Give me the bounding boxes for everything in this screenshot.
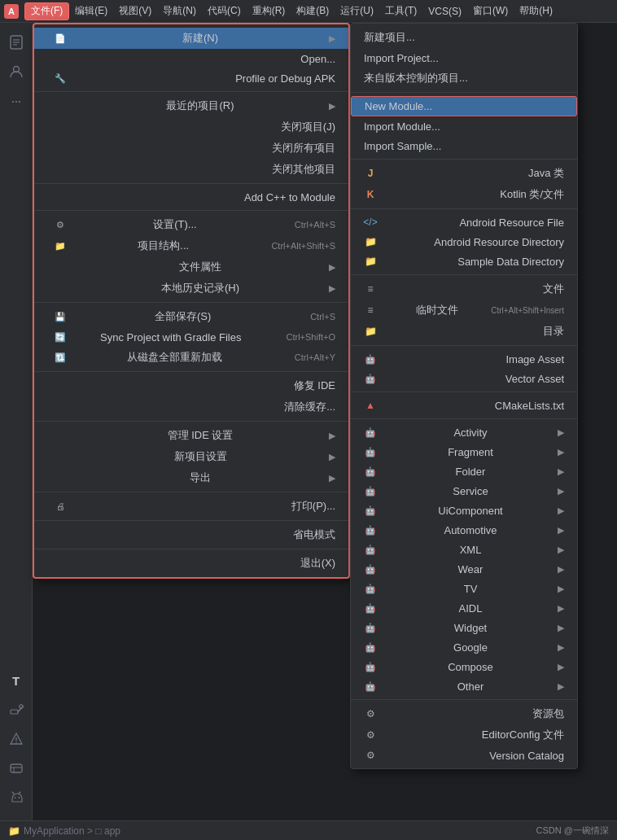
menu-fix-ide[interactable]: 修复 IDE [34,375,348,396]
reload-shortcut: Ctrl+Alt+Y [295,352,335,362]
new-menu-dropdown: 新建项目... Import Project... 来自版本控制的项目... N… [350,23,578,769]
other-item[interactable]: 🤖 Other ▶ [351,676,577,696]
menu-refactor[interactable]: 重构(R) [247,2,291,20]
fragment-item[interactable]: 🤖 Fragment ▶ [351,442,577,462]
wear-item[interactable]: 🤖 Wear ▶ [351,559,577,579]
sidebar-play-icon[interactable] [3,755,29,781]
sidebar-files-icon[interactable] [3,29,29,55]
temp-file-item[interactable]: ≡ 临时文件 Ctrl+Alt+Shift+Insert [351,300,577,321]
menu-tools[interactable]: 工具(T) [379,2,422,20]
sidebar-more-icon[interactable]: ··· [3,88,29,114]
tv-icon: 🤖 [364,584,377,594]
new-sep-4 [351,274,577,275]
vcs-project-item[interactable]: 来自版本控制的项目... [351,68,577,89]
widget-item[interactable]: 🤖 Widget ▶ [351,618,577,637]
menu-close-other[interactable]: 关闭其他项目 [34,159,348,180]
menubar: A 文件(F) 编辑(E) 视图(V) 导航(N) 代码(C) 重构(R) 构建… [0,0,617,23]
vector-asset-label: Vector Asset [505,373,564,385]
compose-label: Compose [448,661,493,673]
file-icon: ≡ [364,283,377,295]
save-shortcut: Ctrl+S [310,312,335,322]
menu-sync-gradle[interactable]: 🔄 Sync Project with Gradle Files Ctrl+Sh… [34,327,348,347]
power-save-label: 省电模式 [293,527,335,542]
ui-component-item[interactable]: 🤖 UiComponent ▶ [351,501,577,520]
menu-file[interactable]: 文件(F) [24,2,69,20]
xml-item[interactable]: 🤖 XML ▶ [351,540,577,559]
menu-profile-item[interactable]: 🔧 Profile or Debug APK [34,68,348,88]
menu-file-props[interactable]: 文件属性 ▶ [34,256,348,278]
service-item[interactable]: 🤖 Service ▶ [351,481,577,501]
import-module-item[interactable]: Import Module... [351,116,577,136]
directory-item[interactable]: 📁 目录 [351,321,577,342]
sidebar-android-icon[interactable] [3,785,29,811]
print-icon: 🖨 [54,501,67,511]
resource-pack-item[interactable]: ⚙ 资源包 [351,703,577,724]
menu-project-structure[interactable]: 📁 项目结构... Ctrl+Alt+Shift+S [34,235,348,256]
menu-edit[interactable]: 编辑(E) [69,2,113,20]
import-project-item[interactable]: Import Project... [351,48,577,68]
vector-asset-item[interactable]: 🤖 Vector Asset [351,369,577,388]
version-catalog-item[interactable]: ⚙ Version Catalog [351,746,577,765]
sidebar-warning-icon[interactable] [3,726,29,752]
menu-export[interactable]: 导出 ▶ [34,467,348,488]
menu-settings[interactable]: ⚙ 设置(T)... Ctrl+Alt+S [34,214,348,235]
other-arrow: ▶ [558,681,564,692]
menu-close-all[interactable]: 关闭所有项目 [34,138,348,159]
fragment-arrow: ▶ [558,447,564,457]
sidebar-person-icon[interactable] [3,59,29,85]
service-arrow: ▶ [558,486,564,497]
menu-window[interactable]: 窗口(W) [467,2,514,20]
exit-label: 退出(X) [300,556,335,571]
compose-item[interactable]: 🤖 Compose ▶ [351,657,577,676]
menu-print[interactable]: 🖨 打印(P)... [34,496,348,517]
menu-run[interactable]: 运行(U) [335,2,379,20]
import-sample-item[interactable]: Import Sample... [351,136,577,155]
file-item[interactable]: ≡ 文件 [351,278,577,300]
kotlin-class-item[interactable]: K Kotlin 类/文件 [351,184,577,205]
new-module-item[interactable]: New Module... [351,96,577,116]
statusbar: 📁 MyApplication > □ app CSDN @一碗情深 [0,820,617,840]
menu-help[interactable]: 帮助(H) [514,2,558,20]
menu-new-proj-settings[interactable]: 新项目设置 ▶ [34,446,348,467]
menu-save-all[interactable]: 💾 全部保存(S) Ctrl+S [34,306,348,327]
editorconfig-item[interactable]: ⚙ EditorConfig 文件 [351,724,577,746]
android-resource-dir-item[interactable]: 📁 Android Resource Directory [351,232,577,252]
folder-item[interactable]: 🤖 Folder ▶ [351,462,577,481]
menu-navigate[interactable]: 导航(N) [157,2,202,20]
sidebar-text-icon[interactable]: T [3,667,29,693]
export-arrow: ▶ [329,473,335,483]
menu-vcs[interactable]: VCS(S) [422,2,467,20]
automotive-item[interactable]: 🤖 Automotive ▶ [351,520,577,540]
other-label: Other [457,680,484,693]
aidl-item[interactable]: 🤖 AIDL ▶ [351,598,577,618]
menu-open-item[interactable]: Open... [34,49,348,68]
java-class-item[interactable]: J Java 类 [351,163,577,184]
cmake-item[interactable]: ▲ CMakeLists.txt [351,396,577,415]
google-item[interactable]: 🤖 Google ▶ [351,637,577,657]
menu-close-proj[interactable]: 关闭项目(J) [34,116,348,138]
menu-reload[interactable]: 🔃 从磁盘全部重新加载 Ctrl+Alt+Y [34,347,348,368]
sample-data-dir-item[interactable]: 📁 Sample Data Directory [351,252,577,271]
widget-arrow: ▶ [558,623,564,633]
menu-manage-ide[interactable]: 管理 IDE 设置 ▶ [34,425,348,446]
android-resource-file-item[interactable]: </> Android Resource File [351,212,577,232]
auto-icon: 🤖 [364,525,377,536]
menu-add-cpp[interactable]: Add C++ to Module [34,187,348,207]
image-asset-item[interactable]: 🤖 Image Asset [351,349,577,369]
menu-code[interactable]: 代码(C) [202,2,247,20]
menu-clear-cache[interactable]: 清除缓存... [34,396,348,418]
menu-recent-item[interactable]: 最近的项目(R) ▶ [34,95,348,116]
menu-exit[interactable]: 退出(X) [34,553,348,574]
activity-arrow: ▶ [558,427,564,438]
menu-local-history[interactable]: 本地历史记录(H) ▶ [34,278,348,299]
ui-comp-arrow: ▶ [558,505,564,516]
folder-icon-new: 🤖 [364,466,377,477]
menu-power-save[interactable]: 省电模式 [34,524,348,545]
sidebar-hammer-icon[interactable] [3,697,29,723]
menu-view[interactable]: 视图(V) [113,2,157,20]
tv-item[interactable]: 🤖 TV ▶ [351,579,577,598]
menu-build[interactable]: 构建(B) [291,2,335,20]
new-project-item[interactable]: 新建项目... [351,27,577,48]
menu-new-item[interactable]: 📄 新建(N) ▶ [34,28,348,49]
activity-item[interactable]: 🤖 Activity ▶ [351,422,577,442]
